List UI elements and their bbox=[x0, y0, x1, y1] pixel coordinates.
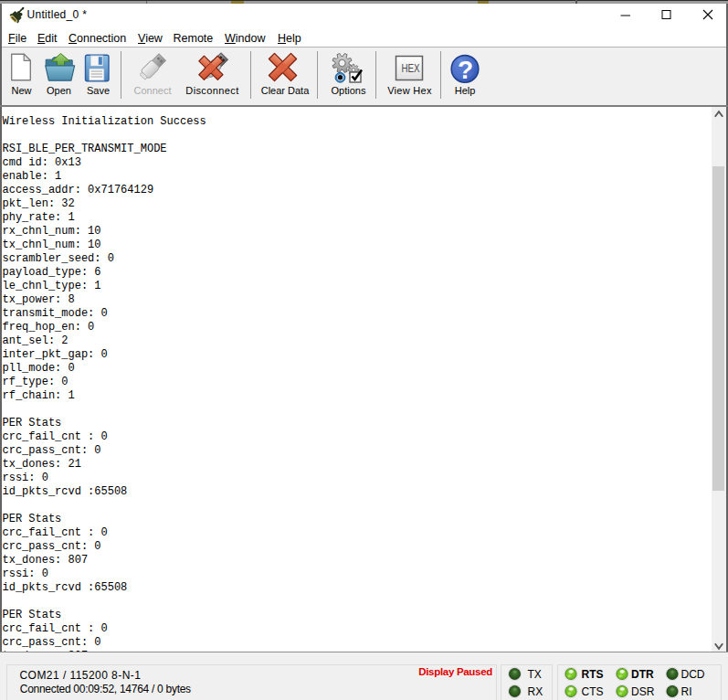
svg-text:HEX: HEX bbox=[402, 62, 420, 75]
svg-text:?: ? bbox=[458, 56, 473, 84]
